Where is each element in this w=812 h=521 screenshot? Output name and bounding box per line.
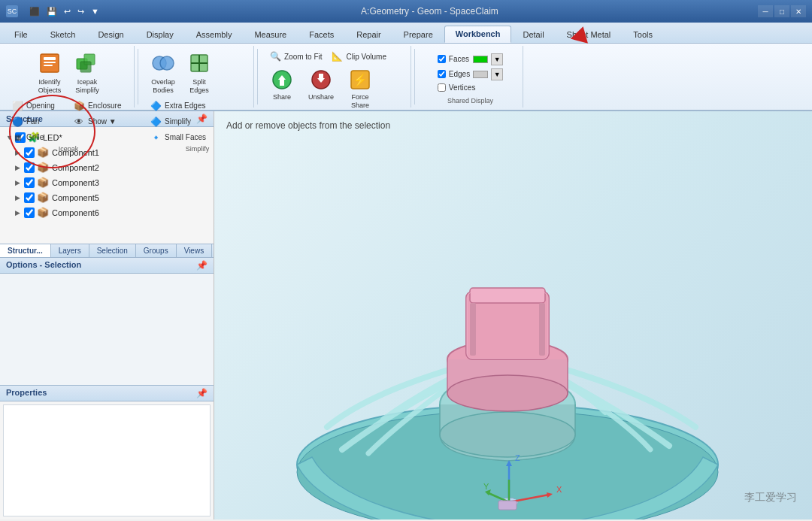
- quick-access-dropdown[interactable]: ▼: [89, 6, 102, 17]
- small-faces-button[interactable]: 🔹 Small Faces: [146, 130, 210, 145]
- force-share-icon: ⚡: [350, 69, 371, 92]
- tab-selection[interactable]: Selection: [89, 244, 136, 257]
- options-content: [0, 274, 214, 384]
- title-bar: SC ⬛ 💾 ↩ ↪ ▼ A:Geometry - Geom - SpaceCl…: [0, 0, 812, 23]
- identify-objects-button[interactable]: IdentifyObjects: [32, 49, 67, 97]
- save-button[interactable]: 💾: [44, 6, 59, 17]
- c5-checkbox[interactable]: [24, 192, 35, 203]
- viewport[interactable]: Add or remove objects from the selection: [214, 111, 812, 519]
- simplify-group-label: Simplify: [186, 145, 210, 154]
- undo-button[interactable]: ↩: [62, 6, 73, 17]
- properties-pin[interactable]: 📌: [196, 388, 208, 398]
- tab-tools[interactable]: Tools: [622, 26, 664, 43]
- tab-detail[interactable]: Detail: [511, 26, 555, 43]
- fan-label: Fan: [26, 117, 39, 126]
- main-area: Structure 📌 ▼ 🧩 LED* ▶ 📦 Component1 ▶ 📦: [0, 111, 812, 519]
- sharing-large-row: Share Unshare: [265, 67, 377, 112]
- tree-item-component5[interactable]: ▶ 📦 Component5: [3, 190, 211, 205]
- c1-icon: 📦: [37, 147, 49, 159]
- c3-label: Component3: [52, 178, 99, 187]
- faces-checkbox[interactable]: [438, 55, 446, 63]
- svg-rect-26: [470, 303, 476, 356]
- c6-icon: 📦: [37, 207, 49, 219]
- svg-point-21: [440, 412, 575, 457]
- c1-checkbox[interactable]: [24, 147, 35, 158]
- svg-text:⚡: ⚡: [353, 73, 368, 87]
- show-button[interactable]: 👁 Show ▼: [69, 114, 129, 129]
- tab-views[interactable]: Views: [177, 244, 213, 257]
- divider-2: [257, 49, 258, 105]
- tree-item-component3[interactable]: ▶ 📦 Component3: [3, 175, 211, 190]
- simplify-small-rows: 🔷 Extra Edges 🔷 Simplify 🔹 Small Faces: [146, 98, 210, 145]
- tab-design[interactable]: Design: [86, 26, 135, 43]
- simplify-button[interactable]: 🔷 Simplify: [146, 114, 210, 129]
- clip-volume-icon: 📐: [332, 50, 344, 62]
- unshare-button[interactable]: Unshare: [303, 67, 339, 112]
- tab-measure[interactable]: Measure: [243, 26, 298, 43]
- c2-checkbox[interactable]: [24, 162, 35, 173]
- new-button[interactable]: ⬛: [27, 6, 42, 17]
- edges-label: Edges: [449, 70, 470, 78]
- tab-file[interactable]: File: [3, 26, 39, 43]
- opening-button[interactable]: ⬜ Opening: [8, 98, 68, 114]
- shared-display-group-label: Shared Display: [447, 97, 493, 106]
- faces-color-dropdown[interactable]: ▼: [491, 53, 503, 65]
- clip-volume-button[interactable]: 📐 Clip Volume: [328, 49, 390, 64]
- split-edges-button[interactable]: SplitEdges: [183, 49, 215, 97]
- fan-button[interactable]: 🔵 Fan: [8, 114, 68, 129]
- tree-item-component6[interactable]: ▶ 📦 Component6: [3, 205, 211, 220]
- icepak-row1: ⬜ Opening 📦 Enclosure: [8, 98, 129, 114]
- tree-item-component2[interactable]: ▶ 📦 Component2: [3, 160, 211, 175]
- share-button[interactable]: Share: [265, 67, 298, 112]
- tab-structure[interactable]: Structur...: [0, 244, 51, 257]
- opening-icon: ⬜: [11, 100, 23, 112]
- vertices-checkbox[interactable]: [438, 83, 446, 92]
- c3-checkbox[interactable]: [24, 177, 35, 188]
- 3d-model: Z X Y: [252, 134, 763, 519]
- svg-rect-6: [80, 62, 91, 72]
- tab-facets[interactable]: Facets: [298, 26, 345, 43]
- shared-display-group: Faces ▼ Edges ▼ Vertices Shared Display: [418, 46, 523, 108]
- tab-repair[interactable]: Repair: [345, 26, 392, 43]
- edges-color-dropdown[interactable]: ▼: [491, 68, 503, 80]
- tab-prepare[interactable]: Prepare: [392, 26, 444, 43]
- faces-row: Faces ▼: [438, 53, 503, 65]
- overlap-bodies-icon: [151, 51, 175, 75]
- opening-label: Opening: [26, 101, 55, 110]
- c5-arrow: ▶: [15, 194, 24, 201]
- svg-text:Y: Y: [483, 482, 489, 491]
- tab-layers[interactable]: Layers: [51, 244, 89, 257]
- svg-point-23: [447, 375, 568, 411]
- maximize-button[interactable]: □: [774, 5, 789, 17]
- icepak-simplify-button[interactable]: IcepakSimplify: [70, 49, 105, 97]
- redo-button[interactable]: ↪: [75, 6, 86, 17]
- tab-workbench[interactable]: Workbench: [444, 26, 512, 43]
- properties-content: [3, 404, 211, 516]
- tab-groups[interactable]: Groups: [136, 244, 177, 257]
- properties-title: Properties: [6, 388, 47, 398]
- svg-rect-2: [44, 62, 56, 63]
- tab-sketch[interactable]: Sketch: [39, 26, 87, 43]
- viewport-hint: Add or remove objects from the selection: [226, 120, 390, 131]
- tab-assembly[interactable]: Assembly: [185, 26, 244, 43]
- tree-item-component1[interactable]: ▶ 📦 Component1: [3, 145, 211, 160]
- zoom-to-fit-label: Zoom to Fit: [284, 53, 323, 61]
- minimize-button[interactable]: ─: [758, 5, 773, 17]
- divider-1: [138, 49, 138, 105]
- force-share-button[interactable]: ⚡ ForceShare: [344, 67, 377, 112]
- icepak-row2: 🔵 Fan 👁 Show ▼: [8, 114, 129, 129]
- overlap-bodies-button[interactable]: OverlapBodies: [146, 49, 180, 97]
- extra-edges-button[interactable]: 🔷 Extra Edges: [146, 98, 210, 114]
- edges-checkbox[interactable]: [438, 70, 446, 78]
- icepak-simplify-icon: [75, 51, 99, 75]
- simplify-label: Simplify: [165, 117, 191, 126]
- zoom-to-fit-button[interactable]: 🔍 Zoom to Fit: [265, 49, 326, 64]
- enclosure-button[interactable]: 📦 Enclosure: [69, 98, 129, 114]
- close-button[interactable]: ✕: [791, 5, 806, 17]
- grille-button[interactable]: ▦ Grille: [8, 130, 68, 145]
- options-pin[interactable]: 📌: [196, 260, 208, 271]
- icepak-group: IdentifyObjects IcepakSimplify ⬜ Opening: [3, 46, 135, 108]
- tab-display[interactable]: Display: [135, 26, 185, 43]
- c6-checkbox[interactable]: [24, 207, 35, 218]
- identify-label: IdentifyObjects: [38, 78, 62, 95]
